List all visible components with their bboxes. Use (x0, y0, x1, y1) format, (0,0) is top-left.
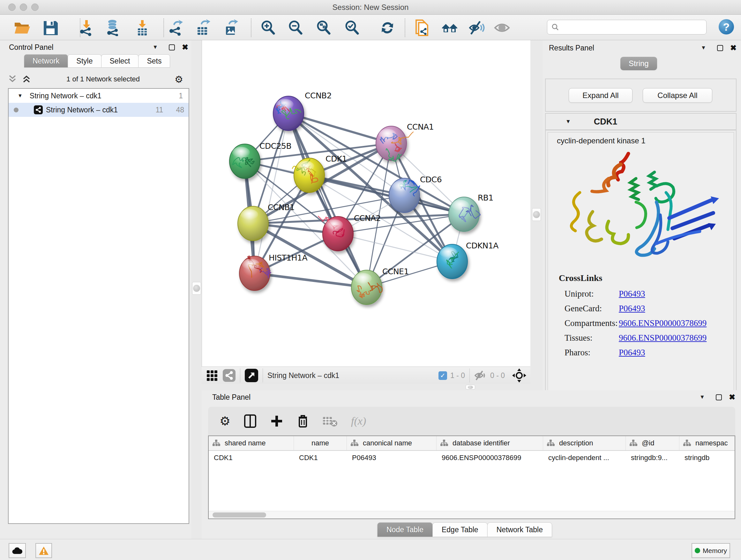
selected-nodes-checkbox-icon[interactable]: ✓ (439, 371, 447, 380)
results-float-icon[interactable] (717, 45, 723, 51)
detach-view-icon[interactable] (245, 369, 258, 382)
float-panel-icon[interactable] (169, 44, 175, 51)
network-collection-row[interactable]: ▼ String Network – cdk1 1 (9, 89, 189, 103)
show-graphics-details-icon[interactable] (494, 19, 510, 36)
column-header-1[interactable]: name (294, 436, 347, 450)
column-header-5[interactable]: @id (626, 436, 679, 450)
tab-string[interactable]: String (620, 57, 657, 70)
tab-select[interactable]: Select (101, 54, 139, 68)
zoom-selected-icon[interactable] (344, 19, 360, 36)
search-input[interactable] (547, 20, 706, 35)
open-session-icon[interactable] (13, 19, 30, 36)
collapse-all-icon[interactable] (8, 74, 17, 84)
expand-all-icon[interactable] (22, 74, 31, 84)
crosslink-label: Uniprot: (559, 289, 619, 299)
tab-style[interactable]: Style (68, 54, 101, 68)
column-header-4[interactable]: description (543, 436, 626, 450)
delete-column-icon[interactable] (297, 414, 309, 428)
table-cell[interactable]: 9606.ENSP00000378699 (436, 454, 543, 462)
crosslink-link-4[interactable]: P06493 (619, 348, 645, 358)
network-view-toolbar: String Network – cdk1 ✓ 1 - 0 0 - 0 (202, 367, 530, 384)
gene-description: cyclin-dependent kinase 1 (557, 136, 646, 145)
panel-menu-icon[interactable]: ▼ (152, 44, 158, 51)
collapse-all-button[interactable]: Collapse All (643, 88, 712, 103)
grid-view-icon[interactable] (206, 369, 219, 382)
column-header-0[interactable]: shared name (209, 436, 294, 450)
network-node-RB1[interactable]: RB1 (449, 193, 493, 232)
tab-edge-table[interactable]: Edge Table (432, 522, 488, 537)
network-node-CCNA1[interactable]: CCNA1 (376, 122, 434, 161)
network-node-CDKN1A[interactable]: CDKN1A (437, 241, 498, 279)
right-splitter[interactable] (530, 40, 542, 390)
houses-icon[interactable] (441, 19, 458, 36)
tab-network[interactable]: Network (24, 54, 68, 68)
table-cell[interactable]: stringdb:9... (626, 454, 679, 462)
network-row[interactable]: String Network – cdk1 11 48 (9, 103, 189, 117)
gene-header-row[interactable]: ▼ CDK1 (546, 114, 736, 130)
control-panel-title: Control Panel (9, 43, 53, 52)
expand-all-button[interactable]: Expand All (569, 88, 632, 103)
show-columns-icon[interactable] (244, 414, 257, 428)
table-row[interactable]: CDK1CDK1P064939606.ENSP00000378699cyclin… (209, 451, 735, 465)
save-session-icon[interactable] (42, 19, 59, 36)
network-canvas[interactable]: CCNB2CCNA1CDC25BCDK1CDC6RB1CCNB1CCNA2CDK… (202, 40, 530, 367)
close-panel-icon[interactable]: ✖ (182, 43, 188, 52)
fit-content-crosshair-icon[interactable] (512, 368, 527, 383)
warnings-button[interactable] (36, 543, 52, 558)
hide-graphics-details-icon[interactable] (468, 19, 485, 36)
add-column-icon[interactable] (270, 415, 283, 428)
column-header-2[interactable]: canonical name (347, 436, 436, 450)
edge-count: 48 (176, 106, 184, 114)
network-edge[interactable] (255, 113, 288, 273)
table-float-icon[interactable] (716, 394, 722, 400)
tab-network-table[interactable]: Network Table (487, 522, 552, 537)
warning-icon (39, 546, 49, 555)
memory-button[interactable]: Memory (691, 543, 730, 558)
hidden-eye-icon[interactable] (474, 370, 488, 381)
results-menu-icon[interactable]: ▼ (701, 45, 706, 51)
zoom-fit-icon[interactable] (315, 19, 332, 36)
zoom-in-icon[interactable] (260, 19, 276, 36)
zoom-out-icon[interactable] (287, 19, 304, 36)
column-header-6[interactable]: namespac (679, 436, 735, 450)
table-cell[interactable]: cyclin-dependent ... (543, 454, 626, 462)
export-network-icon[interactable] (167, 19, 184, 36)
export-table-icon[interactable] (195, 19, 212, 36)
crosslink-link-2[interactable]: 9606.ENSP00000378699 (619, 318, 706, 328)
network-share-gray-icon[interactable] (223, 369, 235, 382)
left-splitter[interactable] (192, 40, 202, 539)
network-options-gear-icon[interactable]: ⚙ (175, 74, 183, 85)
table-cell[interactable]: CDK1 (294, 454, 347, 462)
node-label-CCNA1: CCNA1 (407, 122, 434, 132)
import-network-database-icon[interactable] (105, 19, 121, 36)
node-label-CDC25B: CDC25B (259, 141, 291, 151)
node-gloss (451, 200, 469, 211)
export-image-icon[interactable] (223, 19, 239, 36)
crosslink-link-1[interactable]: P06493 (619, 304, 645, 314)
table-hscrollbar[interactable] (209, 511, 735, 518)
network-node-CCNE1[interactable]: CCNE1 (351, 267, 409, 305)
crosslink-link-0[interactable]: P06493 (619, 289, 645, 299)
network-node-HIST1H1A[interactable]: HIST1H1A (239, 253, 307, 291)
tab-node-table[interactable]: Node Table (377, 522, 433, 537)
network-file-share-icon[interactable] (414, 19, 430, 36)
network-edge[interactable] (255, 273, 367, 287)
refresh-layout-icon[interactable] (379, 19, 396, 36)
table-close-icon[interactable]: ✖ (729, 393, 735, 401)
table-cell[interactable]: P06493 (347, 454, 436, 462)
crosslink-link-3[interactable]: 9606.ENSP00000378699 (619, 333, 706, 343)
tree-expand-icon[interactable]: ▼ (17, 93, 23, 99)
gene-collapse-icon[interactable]: ▼ (565, 118, 571, 125)
delete-table-icon (322, 415, 338, 427)
import-table-icon[interactable] (134, 19, 151, 36)
tab-sets[interactable]: Sets (138, 54, 170, 68)
import-network-file-icon[interactable] (78, 19, 95, 36)
table-menu-icon[interactable]: ▼ (699, 394, 705, 400)
column-header-3[interactable]: database identifier (436, 436, 543, 450)
help-button[interactable]: ? (719, 19, 734, 35)
table-cell[interactable]: CDK1 (209, 454, 294, 462)
cloud-button[interactable] (9, 543, 26, 558)
table-cell[interactable]: stringdb (679, 454, 735, 462)
table-settings-gear-icon[interactable]: ⚙ (219, 414, 230, 428)
results-close-icon[interactable]: ✖ (730, 44, 737, 52)
